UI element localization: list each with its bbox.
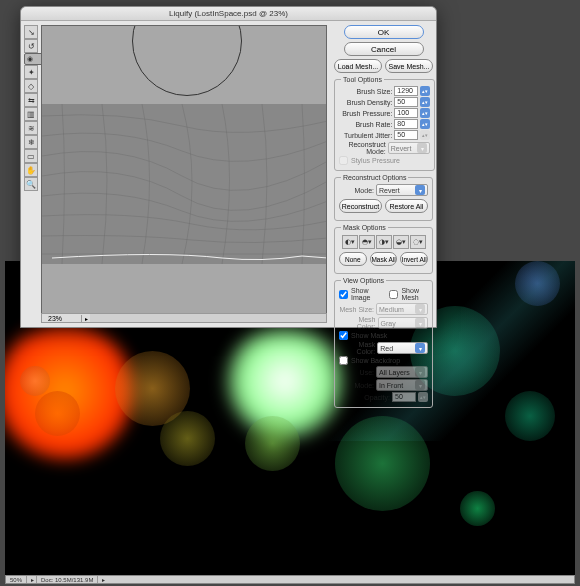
load-mesh-button[interactable]: Load Mesh... bbox=[334, 59, 382, 73]
tool-options-group: Tool Options Brush Size:1290▴▾ Brush Den… bbox=[334, 76, 435, 171]
stepper-icon[interactable]: ▴▾ bbox=[420, 108, 430, 118]
reconstruct-options-group: Reconstruct Options Mode:Revert▾ Reconst… bbox=[334, 174, 433, 221]
bokeh-circle bbox=[460, 491, 495, 526]
zoom-tool-icon[interactable]: 🔍 bbox=[24, 177, 38, 191]
options-panel: OK Cancel Load Mesh... Save Mesh... Tool… bbox=[334, 25, 433, 324]
tool-options-legend: Tool Options bbox=[341, 76, 384, 83]
show-mesh-checkbox[interactable] bbox=[389, 290, 398, 299]
backdrop-mode-select: In Front▾ bbox=[376, 379, 428, 391]
opacity-input: 50 bbox=[392, 392, 416, 402]
pucker-tool-icon[interactable]: ✦ bbox=[24, 65, 38, 79]
stepper-icon[interactable]: ▴▾ bbox=[420, 86, 430, 96]
mesh-color-label: Mesh Color: bbox=[339, 316, 376, 330]
turbulent-jitter-input[interactable]: 50 bbox=[394, 130, 418, 140]
mask-subtract-icon[interactable]: ◑▾ bbox=[376, 235, 392, 249]
bloat-tool-icon[interactable]: ◇ bbox=[24, 79, 38, 93]
show-mask-checkbox[interactable] bbox=[339, 331, 348, 340]
reconstruct-mode-select: Revert▾ bbox=[388, 142, 431, 154]
show-image-label: Show Image bbox=[351, 287, 379, 301]
reconstruct-button[interactable]: Reconstruct bbox=[339, 199, 382, 213]
mask-legend: Mask Options bbox=[341, 224, 388, 231]
brush-rate-label: Brush Rate: bbox=[355, 121, 392, 128]
status-bar: 50% ▸ Doc: 10.5M/131.9M ▸ bbox=[5, 575, 575, 584]
preview-area[interactable] bbox=[41, 25, 327, 320]
save-mesh-button[interactable]: Save Mesh... bbox=[385, 59, 433, 73]
preview-scrollbar[interactable]: 23% ▸ bbox=[41, 313, 327, 323]
stylus-pressure-checkbox bbox=[339, 156, 348, 165]
bokeh-circle bbox=[35, 391, 80, 436]
tool-column: ↘ ↺ ◉ ✦ ◇ ⇆ ▥ ≋ ❄ ▭ ✋ 🔍 bbox=[24, 25, 38, 191]
hand-tool-icon[interactable]: ✋ bbox=[24, 163, 38, 177]
backdrop-mode-label: Mode: bbox=[355, 382, 374, 389]
brush-size-input[interactable]: 1290 bbox=[394, 86, 418, 96]
mask-intersect-icon[interactable]: ◒▾ bbox=[393, 235, 409, 249]
bokeh-circle bbox=[160, 411, 215, 466]
freeze-mask-tool-icon[interactable]: ❄ bbox=[24, 135, 38, 149]
cancel-button[interactable]: Cancel bbox=[344, 42, 424, 56]
thaw-mask-tool-icon[interactable]: ▭ bbox=[24, 149, 38, 163]
turbulence-tool-icon[interactable]: ≋ bbox=[24, 121, 38, 135]
status-icon[interactable]: ▸ bbox=[27, 576, 37, 583]
show-backdrop-checkbox[interactable] bbox=[339, 356, 348, 365]
zoom-readout[interactable]: 23% bbox=[42, 315, 82, 322]
show-backdrop-label: Show Backdrop bbox=[351, 357, 400, 364]
status-doc[interactable]: Doc: 10.5M/131.9M bbox=[37, 576, 98, 583]
mask-replace-icon[interactable]: ◐▾ bbox=[342, 235, 358, 249]
brush-density-input[interactable]: 50 bbox=[394, 97, 418, 107]
brush-size-label: Brush Size: bbox=[357, 88, 393, 95]
liquify-dialog: Liquify (LostInSpace.psd @ 23%) ↘ ↺ ◉ ✦ … bbox=[20, 6, 437, 328]
stepper-icon[interactable]: ▴▾ bbox=[420, 119, 430, 129]
brush-pressure-input[interactable]: 100 bbox=[394, 108, 418, 118]
scroll-track[interactable] bbox=[90, 314, 326, 322]
show-image-checkbox[interactable] bbox=[339, 290, 348, 299]
svg-rect-1 bbox=[42, 104, 327, 264]
reconstruct-legend: Reconstruct Options bbox=[341, 174, 408, 181]
mesh-color-select: Gray▾ bbox=[378, 317, 429, 329]
mask-color-select[interactable]: Red▾ bbox=[377, 342, 428, 354]
brush-rate-input[interactable]: 80 bbox=[394, 119, 418, 129]
reconstruct-mode-label: Reconstruct Mode: bbox=[339, 141, 386, 155]
zoom-stepper-icon[interactable]: ▸ bbox=[82, 315, 90, 322]
ok-button[interactable]: OK bbox=[344, 25, 424, 39]
reconstruct-tool-icon[interactable]: ↺ bbox=[24, 39, 38, 53]
forward-warp-tool-icon[interactable]: ↘ bbox=[24, 25, 38, 39]
mirror-tool-icon[interactable]: ▥ bbox=[24, 107, 38, 121]
stepper-icon: ▴▾ bbox=[420, 130, 430, 140]
bokeh-circle bbox=[245, 416, 300, 471]
push-left-tool-icon[interactable]: ⇆ bbox=[24, 93, 38, 107]
reconstruct-mode-label: Mode: bbox=[355, 187, 374, 194]
mesh-size-label: Mesh Size: bbox=[339, 306, 374, 313]
restore-all-button[interactable]: Restore All bbox=[385, 199, 428, 213]
mask-color-label: Mask Color: bbox=[339, 341, 375, 355]
dialog-title: Liquify (LostInSpace.psd @ 23%) bbox=[21, 7, 436, 21]
mask-all-button[interactable]: Mask All bbox=[370, 252, 398, 266]
view-legend: View Options bbox=[341, 277, 386, 284]
brush-density-label: Brush Density: bbox=[347, 99, 393, 106]
brush-pressure-label: Brush Pressure: bbox=[342, 110, 392, 117]
turbulent-jitter-label: Turbulent Jitter: bbox=[344, 132, 392, 139]
invert-all-button[interactable]: Invert All bbox=[400, 252, 428, 266]
opacity-label: Opacity: bbox=[364, 394, 390, 401]
show-mask-label: Show Mask bbox=[351, 332, 387, 339]
use-select: All Layers▾ bbox=[376, 366, 428, 378]
view-options-group: View Options Show Image Show Mesh Mesh S… bbox=[334, 277, 433, 408]
bokeh-circle bbox=[20, 366, 50, 396]
show-mesh-label: Show Mesh bbox=[401, 287, 428, 301]
mask-add-icon[interactable]: ◓▾ bbox=[359, 235, 375, 249]
status-track: ▸ bbox=[98, 576, 574, 583]
stepper-icon[interactable]: ▴▾ bbox=[420, 97, 430, 107]
stylus-pressure-label: Stylus Pressure bbox=[351, 157, 400, 164]
mask-invert-icon[interactable]: ◌▾ bbox=[410, 235, 426, 249]
mask-none-button[interactable]: None bbox=[339, 252, 367, 266]
use-label: Use: bbox=[360, 369, 374, 376]
mesh-size-select: Medium▾ bbox=[376, 303, 428, 315]
status-zoom[interactable]: 50% bbox=[6, 576, 27, 583]
stepper-icon: ▴▾ bbox=[418, 392, 428, 402]
reconstruct-mode-select[interactable]: Revert▾ bbox=[376, 184, 428, 196]
mask-options-group: Mask Options ◐▾ ◓▾ ◑▾ ◒▾ ◌▾ None Mask Al… bbox=[334, 224, 433, 274]
